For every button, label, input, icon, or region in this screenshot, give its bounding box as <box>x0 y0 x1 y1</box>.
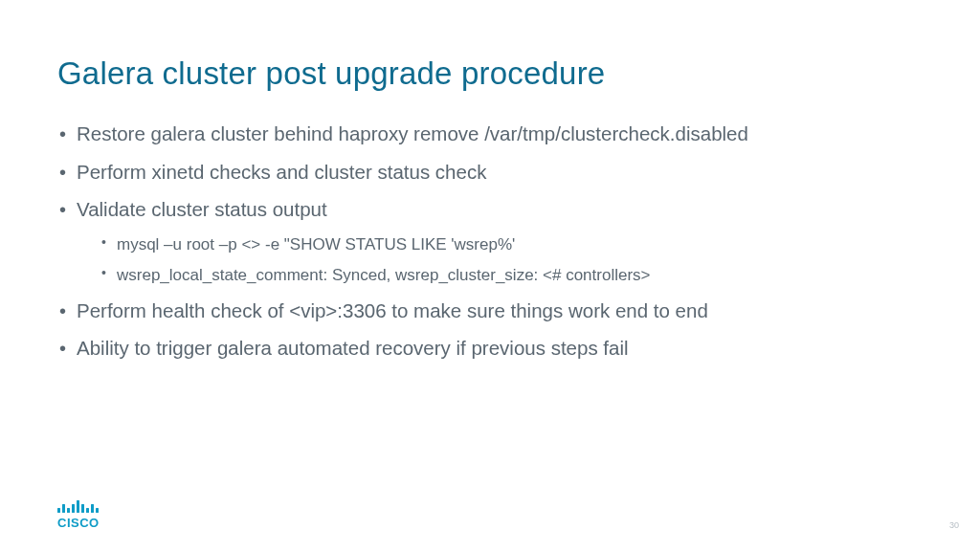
cisco-logo-text: CISCO <box>57 516 100 530</box>
list-item: Validate cluster status output mysql –u … <box>57 196 923 286</box>
slide-container: Galera cluster post upgrade procedure Re… <box>0 0 980 551</box>
list-item: mysql –u root –p <> -e "SHOW STATUS LIKE… <box>100 233 923 256</box>
page-number: 30 <box>949 520 959 530</box>
list-item: Perform xinetd checks and cluster status… <box>57 159 923 187</box>
slide-title: Galera cluster post upgrade procedure <box>57 55 923 92</box>
cisco-logo-bars-icon <box>57 499 99 513</box>
list-item: Restore galera cluster behind haproxy re… <box>57 121 923 148</box>
sub-bullet-list: mysql –u root –p <> -e "SHOW STATUS LIKE… <box>77 233 923 287</box>
list-item: Ability to trigger galera automated reco… <box>57 335 923 363</box>
list-item-text: Validate cluster status output <box>77 198 327 220</box>
slide-content: Restore galera cluster behind haproxy re… <box>57 121 923 363</box>
bullet-list: Restore galera cluster behind haproxy re… <box>57 121 923 363</box>
list-item: Perform health check of <vip>:3306 to ma… <box>57 298 923 325</box>
list-item: wsrep_local_state_comment: Synced, wsrep… <box>100 264 923 287</box>
cisco-logo: CISCO <box>57 499 100 530</box>
